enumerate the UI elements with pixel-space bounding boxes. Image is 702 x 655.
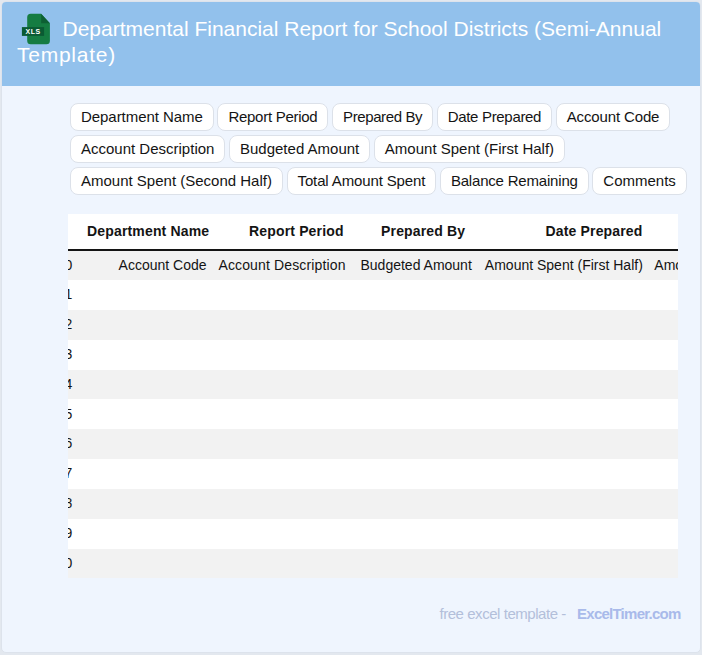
svg-text:XLS: XLS	[26, 28, 41, 35]
